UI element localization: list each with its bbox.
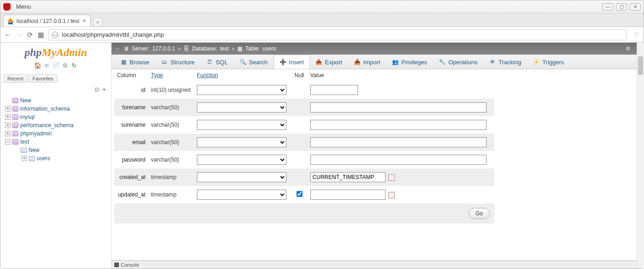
new-tab-button[interactable]: + [93,17,102,27]
tab-label: Triggers [543,59,564,66]
tab-search[interactable]: 🔍Search [234,55,274,69]
tab-operations[interactable]: 🔧Operations [433,55,484,69]
settings-gear-icon[interactable]: ⚙ [62,62,69,69]
nav-forward-icon[interactable]: → [16,31,22,39]
bookmark-heart-icon[interactable]: ♡ [634,31,640,39]
browser-tabbar: localhost / 127.0.0.1 / test ✕ + [0,13,644,27]
function-select[interactable] [197,172,286,182]
tab-tracking[interactable]: 👁Tracking [483,55,527,69]
docs-icon[interactable]: 📄 [52,62,60,69]
sidebar: phpMyAdmin 🏠 ⎋ 📄 ⚙ ↻ Recent Favorites ⊟ … [0,43,112,269]
database-new-icon [12,98,18,103]
tab-insert[interactable]: ➕Insert [274,55,310,69]
breadcrumb-table-link[interactable]: users [263,45,276,52]
expander-icon[interactable]: + [22,156,27,161]
tab-sql[interactable]: 🗒SQL [201,55,234,69]
value-input[interactable] [310,85,358,95]
calendar-icon[interactable] [388,174,395,181]
tab-structure[interactable]: 🗂Structure [155,55,201,69]
phpmyadmin-logo[interactable]: phpMyAdmin [0,44,111,60]
tree-item-label: New [20,97,31,104]
recent-button[interactable]: Recent [3,74,28,83]
function-select[interactable] [197,85,286,95]
tree-new-database[interactable]: New [3,96,108,105]
null-checkbox[interactable] [297,191,302,197]
tab-privileges[interactable]: 👥Privileges [386,55,433,69]
menu-button[interactable]: Menu [13,2,34,11]
expander-icon[interactable]: + [5,131,11,136]
function-select[interactable] [197,190,286,200]
expander-icon[interactable]: + [5,123,11,128]
column-name: forename [114,99,148,116]
tab-export[interactable]: 📤Export [310,55,348,69]
value-input[interactable] [310,102,487,112]
nav-back-icon[interactable]: ← [4,31,11,39]
page-settings-gear-icon[interactable]: ⚙ [626,45,631,52]
console-bar[interactable]: Console [112,260,644,269]
maximize-button[interactable]: ▢ [616,3,627,11]
tab-import[interactable]: 📥Import [348,55,386,69]
go-button[interactable]: Go [469,208,490,219]
column-value-cell [308,81,494,99]
table-icon [29,156,35,161]
header-function[interactable]: Function [194,69,292,81]
tree-db-phpmyadmin[interactable]: + phpmyadmin [3,129,108,138]
titlebar: Menu — ▢ ✕ [0,0,644,13]
close-window-button[interactable]: ✕ [630,3,641,11]
function-select[interactable] [197,102,286,112]
reload-icon[interactable]: ⟳ [27,31,33,39]
tree-new-table[interactable]: New [3,146,108,154]
column-function-cell [194,99,292,116]
tab-triggers[interactable]: ⚡Triggers [527,55,570,69]
value-input[interactable] [310,120,487,130]
nav-collapse-row: ⊟ ⚭ [0,84,111,95]
tree-db-information-schema[interactable]: + information_schema [3,105,108,113]
value-input[interactable] [310,155,487,165]
database-icon [12,114,18,120]
vertical-scrollbar[interactable] [637,43,644,269]
expander-collapse-icon[interactable]: – [5,139,11,145]
value-input[interactable] [310,137,487,147]
address-input[interactable] [61,30,623,39]
breadcrumb-separator: » [231,45,235,52]
breadcrumb-database-link[interactable]: test [220,45,229,52]
scrollbar-thumb[interactable] [638,56,643,75]
collapse-icon[interactable]: ⊟ [95,86,99,93]
tree-db-performance-schema[interactable]: + performance_schema [3,121,108,129]
favorites-button[interactable]: Favorites [28,74,57,83]
column-value-cell [308,151,494,168]
nav-collapse-arrow-icon[interactable]: ← [115,45,121,52]
apps-icon[interactable]: ▦ [38,31,44,39]
tree-db-test[interactable]: – test [3,138,108,146]
expander-icon[interactable]: + [5,114,11,120]
column-name: created_at [114,168,148,186]
column-type: timestamp [148,186,194,203]
home-icon[interactable]: 🏠 [34,62,41,69]
expander-icon[interactable]: + [5,106,11,112]
tree-db-mysql[interactable]: + mysql [3,113,108,121]
function-select[interactable] [197,155,286,165]
function-select[interactable] [197,120,286,130]
tab-close-icon[interactable]: ✕ [82,18,86,24]
main-tabs: ▦Browse 🗂Structure 🗒SQL 🔍Search ➕Insert … [112,55,644,69]
breadcrumb-server-link[interactable]: 127.0.0.1 [152,45,175,52]
header-type[interactable]: Type [148,69,194,81]
value-input[interactable] [310,172,386,182]
value-input[interactable] [310,190,386,200]
breadcrumb-server-label: Server: [132,45,150,52]
link-icon[interactable]: ⚭ [102,86,106,93]
function-select[interactable] [197,137,286,147]
tab-label: Browse [129,59,149,66]
address-bar-container [49,29,627,40]
browser-tab[interactable]: localhost / 127.0.0.1 / test ✕ [3,15,90,27]
column-null-cell [292,151,308,168]
logout-icon[interactable]: ⎋ [43,62,50,69]
operations-icon: 🔧 [439,59,446,65]
tab-browse[interactable]: ▦Browse [114,55,155,69]
calendar-icon[interactable] [388,192,395,198]
reload-nav-icon[interactable]: ↻ [71,62,78,69]
phpmyadmin-favicon-icon [7,18,14,24]
tree-table-users[interactable]: + users [3,154,108,163]
minimize-button[interactable]: — [602,3,613,11]
insert-row: idint(10) unsigned [114,81,494,99]
